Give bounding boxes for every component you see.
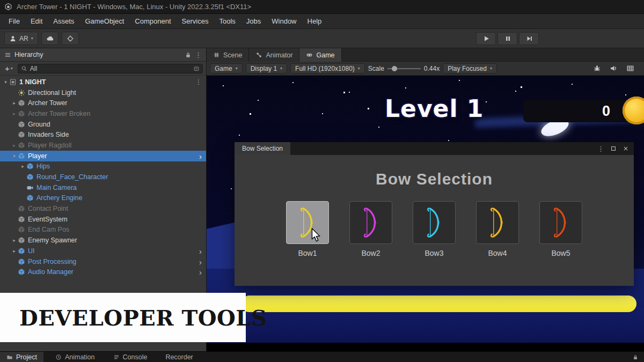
bow-label: Bow2 <box>361 249 380 257</box>
hierarchy-item-ground[interactable]: Ground <box>0 119 206 130</box>
bow-slot-bow1[interactable] <box>286 201 329 244</box>
hierarchy-item-ui[interactable]: ▸ UI › <box>0 246 206 256</box>
search-icon <box>21 65 27 72</box>
game-viewport[interactable]: Level 1 0 Bow Selection ⋮ <box>207 76 644 351</box>
scale-label: Scale <box>368 65 384 72</box>
menu-file[interactable]: File <box>3 14 25 28</box>
bow-window-tab[interactable]: Bow Selection <box>235 142 290 155</box>
bow-slot-bow4[interactable] <box>476 201 519 244</box>
foldout-arrow[interactable]: ▸ <box>11 111 18 116</box>
menu-gameobject[interactable]: GameObject <box>79 14 129 28</box>
tab-scene[interactable]: Scene <box>207 48 249 62</box>
step-button[interactable] <box>519 32 539 45</box>
stats-grid-icon[interactable] <box>626 64 634 72</box>
prefab-open-chevron[interactable]: › <box>199 257 202 265</box>
tab-console[interactable]: Console <box>107 352 154 362</box>
pause-icon <box>504 35 511 42</box>
search-filter-value: All <box>30 65 191 72</box>
hierarchy-item-player-ragdoll[interactable]: ▸ Player Ragdoll <box>0 140 206 151</box>
foldout-arrow[interactable]: ▾ <box>2 79 9 85</box>
hierarchy-item-player[interactable]: ▾ Player › <box>0 151 206 161</box>
hierarchy-item-round-face-character[interactable]: Round_Face_Character <box>0 172 206 182</box>
account-menu-button[interactable]: AR ▾ <box>4 32 38 45</box>
foldout-arrow[interactable]: ▸ <box>11 238 18 243</box>
hierarchy-search-input[interactable]: All <box>18 64 203 73</box>
resolution-selector[interactable]: Full HD (1920x1080)▾ <box>290 63 365 73</box>
foldout-arrow[interactable]: ▸ <box>11 143 18 148</box>
prefab-open-chevron[interactable]: › <box>199 152 202 160</box>
panel-menu-icon[interactable]: ⋮ <box>195 51 202 58</box>
play-button[interactable] <box>476 32 496 45</box>
step-icon <box>525 35 533 42</box>
menu-services[interactable]: Services <box>177 14 214 28</box>
prefab-open-chevron[interactable]: › <box>199 247 202 255</box>
game-view-toolbar: Game▾ Display 1▾ Full HD (1920x1080)▾ Sc… <box>207 62 644 76</box>
gamepad-icon <box>306 51 313 58</box>
bow2-icon <box>360 206 382 239</box>
hierarchy-item-hips[interactable]: ▸ Hips <box>0 161 206 172</box>
hierarchy-item-archer-tower[interactable]: ▸ Archer Tower <box>0 98 206 108</box>
bug-icon[interactable] <box>593 64 601 72</box>
prefab-open-chevron[interactable]: › <box>199 268 202 276</box>
game-view-selector[interactable]: Game▾ <box>210 63 243 73</box>
hierarchy-scene-row[interactable]: ▾ 1 NIGHT ⋮ <box>0 77 206 87</box>
light-icon <box>18 89 25 97</box>
menu-jobs[interactable]: Jobs <box>241 14 266 28</box>
menu-assets[interactable]: Assets <box>48 14 79 28</box>
hierarchy-item-end-cam-pos[interactable]: End Cam Pos <box>0 225 206 235</box>
menu-component[interactable]: Component <box>129 14 176 28</box>
bow-slots: Bow1 Bow2 B <box>235 201 634 257</box>
display-selector[interactable]: Display 1▾ <box>246 63 287 73</box>
hierarchy-item-invaders-side[interactable]: Invaders Side <box>0 129 206 140</box>
foldout-arrow[interactable]: ▸ <box>19 164 26 169</box>
developer-tools-caption: DEVELOPER TOOLS <box>0 293 246 342</box>
add-object-button[interactable]: +▾ <box>3 64 14 73</box>
maximize-icon[interactable] <box>610 145 617 152</box>
hierarchy-title: Hierarchy <box>14 51 43 58</box>
close-icon[interactable] <box>623 145 629 152</box>
scene-options-icon[interactable]: ⋮ <box>195 78 202 86</box>
search-presets-icon[interactable] <box>193 65 200 72</box>
gameobject-cube-icon <box>18 121 25 128</box>
hierarchy-item-contact-point[interactable]: Contact Point <box>0 203 206 214</box>
bow-slot-bow5[interactable] <box>539 201 582 244</box>
lock-icon[interactable] <box>632 354 639 360</box>
bow-option-1: Bow1 <box>286 201 329 257</box>
menu-help[interactable]: Help <box>302 14 327 28</box>
audio-mute-icon[interactable] <box>610 64 618 72</box>
tab-project[interactable]: Project <box>0 352 43 362</box>
bow-slot-bow2[interactable] <box>349 201 392 244</box>
tab-animator[interactable]: Animator <box>249 48 299 62</box>
hierarchy-item-archery-engine[interactable]: Archery Engine <box>0 193 206 204</box>
scale-slider-knob[interactable] <box>392 66 397 71</box>
hierarchy-item-directional-light[interactable]: Directional Light <box>0 87 206 98</box>
unity-logo-icon <box>4 3 12 11</box>
cloud-services-button[interactable] <box>41 32 58 45</box>
hierarchy-item-main-camera[interactable]: Main Camera <box>0 182 206 193</box>
tab-animation[interactable]: Animation <box>49 352 101 362</box>
lock-icon[interactable] <box>185 51 192 58</box>
menu-tools[interactable]: Tools <box>214 14 240 28</box>
play-focused-selector[interactable]: Play Focused▾ <box>443 63 497 73</box>
pause-button[interactable] <box>497 32 517 45</box>
hierarchy-item-archer-tower-broken[interactable]: ▸ Archer Tower Broken <box>0 108 206 119</box>
foldout-arrow[interactable]: ▸ <box>11 248 18 254</box>
foldout-arrow[interactable]: ▸ <box>11 100 18 106</box>
foldout-arrow[interactable]: ▾ <box>11 153 18 159</box>
tab-game[interactable]: Game <box>299 48 341 62</box>
menu-edit[interactable]: Edit <box>25 14 48 28</box>
hierarchy-item-enemy-spawner[interactable]: ▸ Enemy Spawner <box>0 235 206 246</box>
hamburger-icon[interactable] <box>4 51 11 58</box>
prefab-cube-icon <box>26 162 34 170</box>
bow-slot-bow3[interactable] <box>413 201 456 244</box>
window-menu-icon[interactable]: ⋮ <box>597 145 604 152</box>
target-button[interactable] <box>62 32 79 45</box>
scale-slider[interactable] <box>387 68 421 69</box>
hierarchy-item-post-processing[interactable]: Post Processing › <box>0 256 206 267</box>
tab-recorder[interactable]: Recorder <box>159 352 199 362</box>
hierarchy-item-audio-manager[interactable]: Audio Manager › <box>0 267 206 277</box>
hierarchy-item-eventsystem[interactable]: EventSystem <box>0 214 206 225</box>
hierarchy-tree: ▾ 1 NIGHT ⋮ Directional Light ▸ Archer T… <box>0 76 206 277</box>
bow-window-titlebar[interactable]: Bow Selection ⋮ <box>235 142 634 155</box>
menu-window[interactable]: Window <box>266 14 302 28</box>
